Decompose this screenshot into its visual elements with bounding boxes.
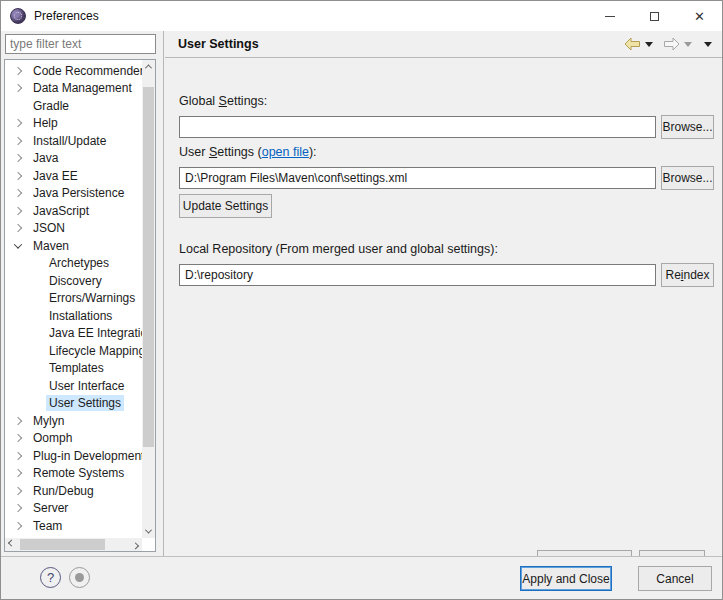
- tree-item-team[interactable]: Team: [5, 517, 142, 535]
- window-title: Preferences: [34, 9, 99, 23]
- user-browse-button[interactable]: Browse...: [661, 166, 714, 190]
- tree-item-java-persistence[interactable]: Java Persistence: [5, 185, 142, 203]
- chevron-icon[interactable]: [14, 102, 22, 110]
- tree-item-data-management[interactable]: Data Management: [5, 80, 142, 98]
- update-settings-button[interactable]: Update Settings: [179, 194, 272, 218]
- preferences-tree: Code Recommenders Data Management Gradle…: [4, 59, 156, 552]
- chevron-icon[interactable]: [14, 452, 22, 460]
- tree-item-java-ee[interactable]: Java EE: [5, 167, 142, 185]
- tree-item-installations[interactable]: Installations: [5, 307, 142, 325]
- chevron-icon[interactable]: [14, 154, 22, 162]
- tree-item-install-update[interactable]: Install/Update: [5, 132, 142, 150]
- footer-bar: ? Apply and Close Cancel: [1, 556, 722, 599]
- tree-item-errors-warnings[interactable]: Errors/Warnings: [5, 290, 142, 308]
- maximize-button[interactable]: [632, 1, 677, 31]
- local-repository-input[interactable]: [179, 264, 656, 286]
- tree-item-java-ee-integration[interactable]: Java EE Integration: [5, 325, 142, 343]
- user-settings-input[interactable]: [179, 167, 656, 189]
- record-icon[interactable]: [69, 567, 90, 588]
- tree-item-json[interactable]: JSON: [5, 220, 142, 238]
- chevron-icon[interactable]: [14, 434, 22, 442]
- cancel-button[interactable]: Cancel: [638, 566, 712, 591]
- tree-item-archetypes[interactable]: Archetypes: [5, 255, 142, 273]
- chevron-icon[interactable]: [30, 399, 38, 407]
- global-settings-input[interactable]: [179, 116, 656, 138]
- chevron-icon[interactable]: [30, 382, 38, 390]
- scroll-up-icon[interactable]: [142, 60, 155, 73]
- tree-item-server[interactable]: Server: [5, 500, 142, 518]
- chevron-icon[interactable]: [30, 294, 38, 302]
- tree-item-templates[interactable]: Templates: [5, 360, 142, 378]
- main-panel: User Settings Global Settings:: [165, 31, 722, 556]
- app-icon: [10, 8, 26, 24]
- chevron-icon[interactable]: [14, 522, 22, 530]
- tree-item-gradle[interactable]: Gradle: [5, 97, 142, 115]
- minimize-icon: [605, 16, 615, 17]
- sidebar: Code Recommenders Data Management Gradle…: [1, 31, 164, 556]
- chevron-icon[interactable]: [14, 224, 22, 232]
- preferences-window: Preferences ✕ Code Recommenders Data Man…: [0, 0, 723, 600]
- page-header: User Settings: [165, 31, 722, 58]
- tree-item-javascript[interactable]: JavaScript: [5, 202, 142, 220]
- chevron-icon[interactable]: [14, 84, 22, 92]
- horizontal-scrollbar[interactable]: [5, 538, 142, 551]
- vertical-scroll-thumb[interactable]: [143, 87, 154, 447]
- tree-item-mylyn[interactable]: Mylyn: [5, 412, 142, 430]
- tree-item-remote-systems[interactable]: Remote Systems: [5, 465, 142, 483]
- tree-item-lifecycle-mapping[interactable]: Lifecycle Mapping: [5, 342, 142, 360]
- page-content: Global Settings: Browse... User Settings…: [165, 59, 722, 556]
- chevron-icon[interactable]: [14, 240, 22, 248]
- tree-item-java[interactable]: Java: [5, 150, 142, 168]
- scroll-right-icon[interactable]: [129, 538, 142, 551]
- chevron-icon[interactable]: [14, 189, 22, 197]
- chevron-icon[interactable]: [30, 312, 38, 320]
- global-settings-label: Global Settings:: [179, 94, 267, 108]
- back-arrow-icon[interactable]: [624, 37, 641, 51]
- apply-and-close-button[interactable]: Apply and Close: [520, 566, 612, 591]
- chevron-icon[interactable]: [14, 67, 22, 75]
- filter-input[interactable]: [5, 34, 156, 54]
- tree-item-run-debug[interactable]: Run/Debug: [5, 482, 142, 500]
- horizontal-scroll-thumb[interactable]: [20, 539, 105, 550]
- back-menu-icon[interactable]: [645, 42, 653, 47]
- maximize-icon: [650, 12, 659, 21]
- chevron-icon[interactable]: [14, 172, 22, 180]
- chevron-icon[interactable]: [30, 259, 38, 267]
- tree-item-maven[interactable]: Maven: [5, 237, 142, 255]
- chevron-icon[interactable]: [14, 119, 22, 127]
- tree-item-code-recommenders[interactable]: Code Recommenders: [5, 62, 142, 80]
- open-file-link[interactable]: open file: [262, 145, 309, 159]
- tree-item-help[interactable]: Help: [5, 115, 142, 133]
- chevron-icon[interactable]: [14, 504, 22, 512]
- local-repository-label: Local Repository (From merged user and g…: [179, 242, 498, 256]
- tree-item-discovery[interactable]: Discovery: [5, 272, 142, 290]
- close-button[interactable]: ✕: [677, 1, 722, 31]
- tree-item-oomph[interactable]: Oomph: [5, 430, 142, 448]
- forward-menu-icon[interactable]: [684, 42, 692, 47]
- chevron-icon[interactable]: [30, 347, 38, 355]
- scroll-down-icon[interactable]: [142, 525, 155, 538]
- vertical-scrollbar[interactable]: [142, 60, 155, 538]
- view-menu-icon[interactable]: [704, 42, 712, 47]
- tree-item-user-settings[interactable]: User Settings: [5, 395, 142, 413]
- close-icon: ✕: [694, 9, 705, 24]
- chevron-icon[interactable]: [30, 364, 38, 372]
- minimize-button[interactable]: [587, 1, 632, 31]
- chevron-icon[interactable]: [14, 487, 22, 495]
- chevron-icon[interactable]: [14, 417, 22, 425]
- global-browse-button[interactable]: Browse...: [661, 115, 714, 139]
- user-settings-label: User Settings (open file):: [179, 145, 317, 159]
- chevron-icon[interactable]: [14, 207, 22, 215]
- reindex-button[interactable]: Reindex: [661, 263, 714, 287]
- help-icon[interactable]: ?: [40, 567, 61, 588]
- titlebar: Preferences ✕: [1, 1, 722, 31]
- tree-item-plug-in-development[interactable]: Plug-in Development: [5, 447, 142, 465]
- chevron-icon[interactable]: [14, 469, 22, 477]
- page-title: User Settings: [178, 37, 259, 51]
- scroll-left-icon[interactable]: [5, 538, 18, 551]
- chevron-icon[interactable]: [30, 329, 38, 337]
- chevron-icon[interactable]: [30, 277, 38, 285]
- chevron-icon[interactable]: [14, 137, 22, 145]
- tree-item-user-interface[interactable]: User Interface: [5, 377, 142, 395]
- forward-arrow-icon[interactable]: [663, 37, 680, 51]
